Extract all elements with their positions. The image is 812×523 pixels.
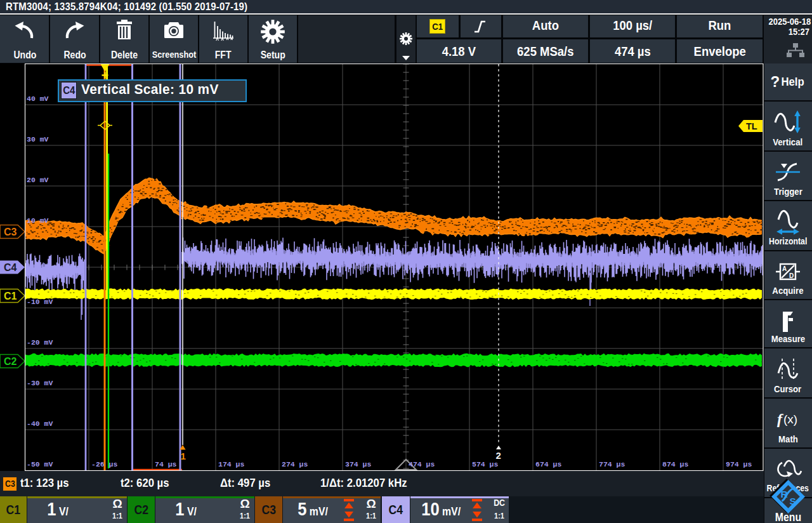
- svg-text:774 µs: 774 µs: [599, 460, 625, 468]
- svg-text:-40 mV: -40 mV: [27, 420, 53, 428]
- svg-text:1: 1: [181, 451, 186, 461]
- svg-text:974 µs: 974 µs: [726, 460, 752, 468]
- svg-text:f: f: [777, 411, 783, 427]
- svg-text:D: D: [789, 272, 794, 279]
- svg-text:674 µs: 674 µs: [535, 460, 562, 468]
- svg-text:174 µs: 174 µs: [218, 460, 245, 468]
- svg-text:C2: C2: [4, 356, 17, 367]
- svg-text:A: A: [782, 265, 787, 272]
- svg-text:-20 mV: -20 mV: [27, 338, 53, 347]
- svg-text:-50 mV: -50 mV: [27, 460, 53, 468]
- svg-text:74 µs: 74 µs: [155, 460, 177, 468]
- svg-text:374 µs: 374 µs: [345, 460, 372, 468]
- svg-text:474 µs: 474 µs: [409, 460, 435, 468]
- svg-text:10 mV: 10 mV: [27, 216, 49, 225]
- svg-text:S: S: [790, 496, 796, 506]
- svg-text:C4: C4: [4, 262, 17, 273]
- svg-text:574 µs: 574 µs: [472, 460, 499, 468]
- svg-text:20 mV: 20 mV: [27, 176, 49, 184]
- svg-text:(x): (x): [783, 413, 797, 426]
- svg-text:-10 mV: -10 mV: [27, 298, 53, 306]
- svg-text:TL: TL: [746, 121, 757, 131]
- svg-text:274 µs: 274 µs: [282, 460, 308, 468]
- svg-text:2: 2: [496, 450, 501, 461]
- svg-text:C1: C1: [4, 291, 17, 301]
- svg-text:874 µs: 874 µs: [662, 460, 689, 468]
- svg-text:C3: C3: [4, 227, 17, 237]
- svg-text:30 mV: 30 mV: [27, 135, 49, 143]
- svg-text:-26 µs: -26 µs: [91, 460, 118, 468]
- svg-text:-30 mV: -30 mV: [27, 379, 53, 387]
- svg-text:40 mV: 40 mV: [27, 95, 49, 103]
